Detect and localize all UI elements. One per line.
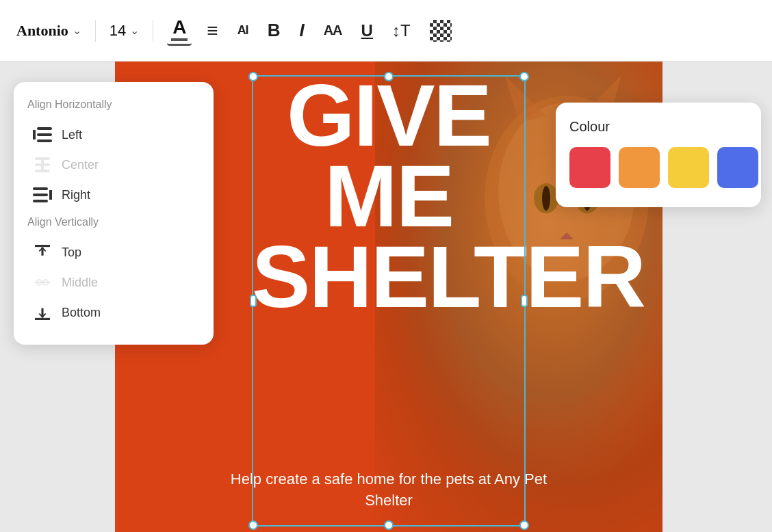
font-size-value: 14 [110, 22, 126, 40]
text-selection-box[interactable] [252, 75, 526, 527]
main-area: GIVE ME SHELTER Help create a safe home … [0, 62, 772, 532]
align-left-item[interactable]: Left [27, 120, 200, 149]
align-button[interactable]: ≡ [203, 17, 222, 44]
color-swatch-orange[interactable] [619, 147, 660, 188]
svg-rect-13 [37, 139, 52, 142]
handle-top-left[interactable] [248, 72, 258, 81]
svg-rect-19 [33, 187, 48, 190]
align-horizontal-title: Align Horizontally [27, 98, 200, 111]
handle-bottom-right[interactable] [519, 520, 529, 530]
align-right-icon [33, 187, 52, 202]
bold-button[interactable]: B [263, 17, 285, 44]
handle-bottom-middle[interactable] [384, 520, 394, 530]
align-middle-icon [33, 275, 52, 290]
align-bottom-item[interactable]: Bottom [27, 298, 200, 327]
align-top-icon [33, 245, 52, 260]
checker-icon [430, 20, 452, 42]
font-size-selector[interactable]: 14 ⌄ [110, 22, 139, 40]
svg-point-24 [41, 247, 43, 249]
handle-middle-right[interactable] [521, 295, 528, 307]
svg-rect-16 [35, 163, 50, 166]
toolbar: Antonio ⌄ 14 ⌄ A ≡ AI B I AA U ↕T [0, 0, 772, 62]
align-center-item[interactable]: Center [27, 150, 200, 179]
handle-middle-left[interactable] [250, 295, 257, 307]
handle-top-right[interactable] [519, 72, 529, 81]
svg-rect-17 [35, 170, 50, 172]
alignment-panel: Align Horizontally Left Center [14, 82, 214, 345]
svg-rect-12 [37, 133, 52, 136]
align-center-icon [33, 157, 52, 172]
size-dropdown-chevron: ⌄ [130, 24, 139, 37]
pattern-button[interactable] [426, 17, 456, 44]
color-swatch-red[interactable] [569, 147, 610, 188]
svg-rect-20 [33, 194, 48, 196]
text-color-bar [171, 38, 188, 41]
align-middle-label: Middle [62, 276, 98, 290]
spacing-button[interactable]: ↕T [388, 18, 415, 43]
svg-rect-21 [33, 200, 48, 202]
align-center-label: Center [62, 158, 99, 172]
svg-rect-10 [33, 130, 36, 139]
align-vertical-title: Align Vertically [27, 216, 200, 228]
font-name: Antonio [16, 22, 68, 40]
font-size-button[interactable]: AA [320, 20, 346, 41]
ai-button[interactable]: AI [233, 21, 253, 40]
align-bottom-icon [33, 305, 52, 320]
color-panel: Colour [556, 103, 761, 207]
underline-button[interactable]: U [357, 18, 377, 43]
text-color-letter: A [172, 18, 186, 37]
font-dropdown-chevron: ⌄ [73, 24, 81, 37]
align-right-item[interactable]: Right [27, 181, 200, 209]
toolbar-divider-2 [153, 20, 153, 42]
handle-top-middle[interactable] [384, 72, 394, 81]
color-swatch-yellow[interactable] [668, 147, 709, 188]
text-color-button[interactable]: A [167, 15, 192, 46]
align-right-label: Right [62, 188, 90, 202]
italic-button[interactable]: I [295, 17, 308, 44]
color-swatches [569, 147, 747, 188]
color-panel-title: Colour [569, 119, 747, 135]
align-top-label: Top [62, 245, 81, 260]
align-left-label: Left [62, 128, 82, 142]
svg-point-7 [542, 186, 550, 211]
svg-rect-28 [35, 318, 50, 320]
color-swatch-blue[interactable] [717, 147, 758, 188]
align-middle-item[interactable]: Middle [27, 268, 200, 297]
svg-rect-11 [37, 127, 52, 130]
align-left-icon [33, 127, 52, 142]
font-selector[interactable]: Antonio ⌄ [16, 22, 81, 40]
handle-bottom-left[interactable] [248, 520, 258, 530]
svg-rect-15 [35, 157, 50, 160]
toolbar-divider-1 [95, 20, 96, 42]
align-top-item[interactable]: Top [27, 238, 200, 267]
svg-point-30 [41, 316, 43, 318]
svg-rect-18 [49, 190, 52, 200]
svg-rect-22 [35, 245, 50, 247]
align-bottom-label: Bottom [62, 306, 101, 320]
